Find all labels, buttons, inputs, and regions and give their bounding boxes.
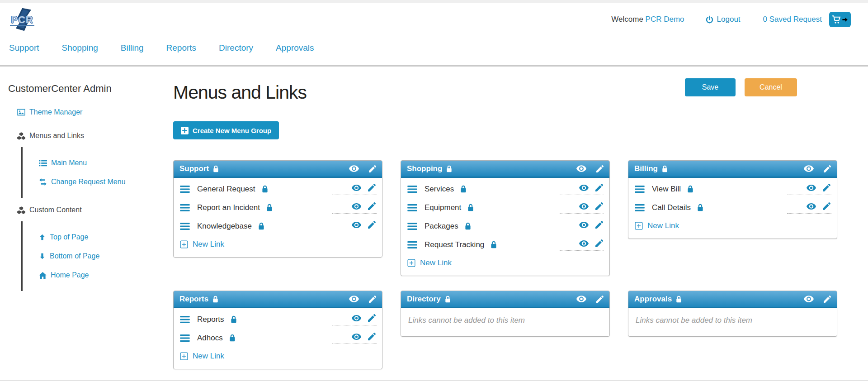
new-link-label: New Link	[647, 221, 679, 230]
drag-handle-icon[interactable]	[407, 186, 417, 193]
sidebar: CustomerCenter Admin Theme Manager Menus…	[0, 67, 173, 374]
pencil-icon[interactable]	[596, 165, 604, 172]
pencil-icon[interactable]	[369, 296, 376, 303]
sidebar-item-label: Top of Page	[50, 233, 88, 241]
menu-item-row: View Bill	[635, 180, 831, 198]
cart-button[interactable]	[829, 12, 851, 27]
pencil-icon[interactable]	[368, 314, 376, 322]
lock-icon	[258, 222, 264, 230]
eye-icon[interactable]	[579, 222, 589, 228]
new-link-button[interactable]: New Link	[180, 235, 377, 253]
pencil-icon[interactable]	[369, 165, 376, 172]
saved-requests-link[interactable]: 0 Saved Request	[763, 15, 822, 24]
sidebar-item-change-request-menu[interactable]: Change Request Menu	[39, 178, 173, 186]
drag-handle-icon[interactable]	[180, 316, 190, 323]
menu-item-label: Services	[425, 185, 454, 194]
logout-button[interactable]: Logout	[705, 15, 741, 24]
nav-shopping[interactable]: Shopping	[62, 43, 98, 53]
sidebar-item-label: Change Request Menu	[51, 178, 126, 186]
pencil-icon[interactable]	[368, 202, 376, 210]
drag-handle-icon[interactable]	[635, 204, 645, 211]
username-link[interactable]: PCR Demo	[646, 15, 684, 24]
lock-icon	[676, 296, 682, 303]
eye-icon[interactable]	[807, 203, 816, 210]
save-button[interactable]: Save	[685, 78, 736, 96]
eye-icon[interactable]	[807, 185, 816, 191]
arrow-right-icon	[842, 16, 848, 23]
panel-header: Shopping	[401, 161, 609, 178]
new-link-button[interactable]: New Link	[635, 217, 831, 235]
drag-handle-icon[interactable]	[407, 223, 417, 230]
sidebar-item-bottom-of-page[interactable]: Bottom of Page	[39, 252, 173, 260]
lock-icon	[262, 185, 268, 193]
company-logo[interactable]: PCR	[8, 7, 36, 32]
nav-reports[interactable]: Reports	[166, 43, 197, 53]
eye-icon[interactable]	[804, 296, 814, 302]
pencil-icon[interactable]	[595, 202, 603, 210]
eye-icon[interactable]	[352, 222, 361, 228]
menu-group-support: Support General Request	[173, 160, 382, 258]
header: PCR Welcome PCR Demo Logout 0 Saved Requ…	[0, 3, 868, 32]
menu-item-label: Packages	[425, 222, 458, 231]
new-link-button[interactable]: New Link	[407, 254, 604, 272]
pencil-icon[interactable]	[595, 239, 603, 247]
drag-handle-icon[interactable]	[180, 186, 190, 193]
new-link-label: New Link	[420, 258, 452, 267]
drag-handle-icon[interactable]	[180, 204, 190, 211]
lock-icon	[229, 334, 236, 342]
create-new-menu-group-button[interactable]: Create New Menu Group	[173, 121, 279, 139]
eye-icon[interactable]	[804, 165, 814, 172]
drag-handle-icon[interactable]	[635, 186, 645, 193]
sidebar-item-home-page[interactable]: Home Page	[39, 271, 173, 279]
menu-item-row: Packages	[407, 217, 604, 235]
pencil-icon[interactable]	[368, 184, 376, 191]
panel-body: Services Equipment	[401, 178, 609, 276]
new-link-button[interactable]: New Link	[180, 347, 377, 365]
eye-icon[interactable]	[352, 334, 361, 340]
lock-icon	[213, 165, 219, 172]
logout-label: Logout	[717, 15, 741, 24]
eye-icon[interactable]	[349, 165, 359, 172]
sidebar-title: CustomerCenter Admin	[8, 83, 173, 95]
pencil-icon[interactable]	[596, 296, 604, 303]
drag-handle-icon[interactable]	[407, 241, 417, 248]
pencil-icon[interactable]	[824, 296, 831, 303]
eye-icon[interactable]	[579, 203, 589, 210]
sidebar-item-theme-manager[interactable]: Theme Manager	[17, 108, 173, 116]
menu-item-label: Adhocs	[197, 334, 223, 343]
sidebar-item-top-of-page[interactable]: Top of Page	[39, 233, 173, 241]
cancel-button[interactable]: Cancel	[745, 78, 797, 96]
lock-icon	[662, 165, 668, 172]
drag-handle-icon[interactable]	[180, 223, 190, 230]
nav-support[interactable]: Support	[9, 43, 39, 53]
panel-body: Links cannot be added to this item	[628, 308, 837, 336]
eye-icon[interactable]	[352, 203, 361, 210]
nav-billing[interactable]: Billing	[121, 43, 144, 53]
nav-approvals[interactable]: Approvals	[276, 43, 314, 53]
eye-icon[interactable]	[352, 315, 361, 321]
pencil-icon[interactable]	[824, 165, 831, 172]
pencil-icon[interactable]	[595, 184, 603, 191]
sidebar-section-menus-and-links: Menus and Links	[17, 132, 173, 140]
welcome-label: Welcome	[611, 15, 643, 24]
pencil-icon[interactable]	[823, 202, 830, 210]
pencil-icon[interactable]	[368, 333, 376, 340]
eye-icon[interactable]	[576, 165, 586, 172]
pencil-icon[interactable]	[823, 184, 830, 191]
eye-icon[interactable]	[576, 296, 586, 302]
eye-icon[interactable]	[579, 240, 589, 247]
pencil-icon[interactable]	[595, 221, 603, 229]
sidebar-subgroup-menus: Main Menu Change Request Menu	[21, 147, 173, 198]
menu-item-label: Reports	[197, 315, 224, 324]
eye-icon[interactable]	[352, 185, 361, 191]
new-link-label: New Link	[193, 240, 224, 249]
sidebar-item-main-menu[interactable]: Main Menu	[39, 159, 173, 167]
nav-directory[interactable]: Directory	[219, 43, 253, 53]
eye-icon[interactable]	[579, 185, 589, 191]
new-link-label: New Link	[193, 352, 224, 361]
eye-icon[interactable]	[349, 296, 359, 302]
drag-handle-icon[interactable]	[180, 334, 190, 342]
pencil-icon[interactable]	[368, 221, 376, 229]
menu-item-label: Call Details	[652, 203, 691, 212]
drag-handle-icon[interactable]	[407, 204, 417, 211]
